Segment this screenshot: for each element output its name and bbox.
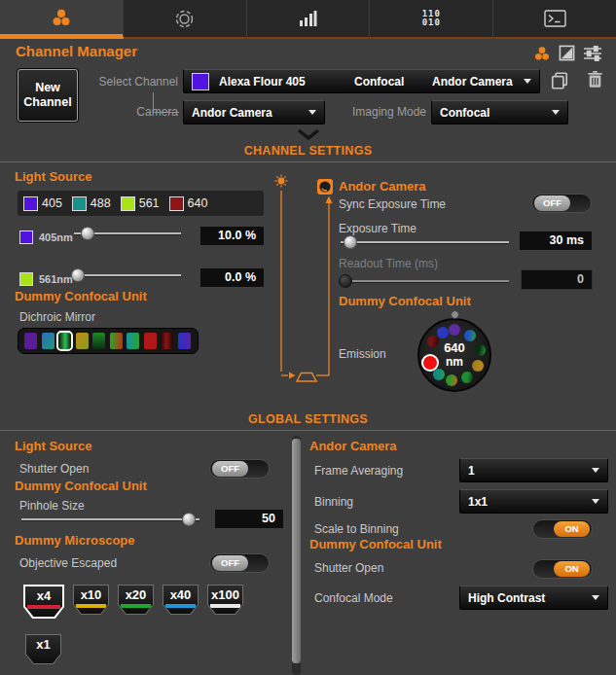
tab-terminal[interactable] — [493, 0, 616, 39]
dichroic-mirror-option[interactable] — [24, 333, 37, 349]
channel-mode: Confocal — [354, 75, 404, 89]
laser-561-slider[interactable] — [74, 268, 181, 282]
scale-to-binning-toggle[interactable]: ON — [532, 519, 593, 539]
laser-405-slider[interactable] — [74, 227, 181, 240]
contrast-icon[interactable] — [559, 45, 575, 65]
sync-exposure-toggle[interactable]: OFF — [531, 194, 592, 213]
tab-acquisition[interactable] — [124, 0, 247, 39]
binary-data-icon: 110010 — [422, 10, 441, 27]
emission-wheel[interactable]: 640 nm — [417, 318, 491, 392]
laser-chip[interactable]: 405 — [23, 196, 62, 211]
channel-settings-title: CHANNEL SETTINGS — [0, 144, 616, 158]
dichroic-mirror-option[interactable] — [92, 333, 105, 349]
global-settings-title: GLOBAL SETTINGS — [0, 412, 616, 426]
confocal-unit-heading: Dummy Confocal Unit — [15, 289, 147, 303]
laser-chip[interactable]: 488 — [72, 196, 111, 211]
objective-color-stripe — [27, 605, 60, 609]
terminal-icon — [544, 10, 566, 28]
camera-shutter-toggle[interactable]: ON — [532, 559, 593, 579]
laser-wavelength-label: 488 — [91, 196, 111, 210]
dichroic-mirror-option[interactable] — [178, 333, 191, 349]
objective-button[interactable]: x100 — [207, 585, 243, 615]
divider — [0, 161, 616, 162]
collapse-chevron-icon[interactable] — [295, 128, 322, 141]
laser-405-value[interactable]: 10.0 % — [199, 226, 265, 246]
tab-channels[interactable] — [0, 0, 124, 39]
exposure-time-label: Exposure Time — [339, 222, 417, 235]
objective-label: x4 — [25, 586, 62, 605]
objective-button[interactable]: x4 — [23, 585, 64, 619]
emission-filter-dot[interactable] — [474, 344, 486, 356]
tab-histogram[interactable] — [247, 0, 371, 39]
frame-averaging-dropdown[interactable]: 1 — [459, 458, 608, 482]
emission-section-heading: Dummy Confocal Unit — [339, 294, 471, 308]
shutter-open-label: Shutter Open — [19, 462, 89, 476]
sun-icon — [275, 175, 288, 188]
objective-label: x20 — [119, 586, 153, 604]
exposure-time-value[interactable]: 30 ms — [519, 231, 593, 251]
global-confocal-heading: Dummy Confocal Unit — [15, 479, 147, 493]
scrollbar-thumb[interactable] — [292, 439, 301, 663]
laser-561-value[interactable]: 0.0 % — [199, 267, 265, 288]
dichroic-mirror-option[interactable] — [110, 333, 123, 349]
arrow-up-icon — [326, 196, 333, 204]
chevron-down-icon — [592, 468, 599, 473]
camera-dropdown[interactable]: Andor Camera — [183, 100, 325, 124]
pinhole-size-value[interactable]: 50 — [214, 509, 284, 529]
objective-escaped-toggle[interactable]: OFF — [209, 553, 270, 573]
dichroic-mirror-option[interactable] — [58, 333, 71, 349]
pinhole-size-slider[interactable] — [21, 513, 199, 526]
slider-handle[interactable] — [182, 513, 196, 526]
delete-channel-icon[interactable] — [587, 70, 603, 92]
emission-filter-dot[interactable] — [421, 354, 439, 372]
histogram-icon — [298, 10, 317, 27]
dichroic-mirror-option[interactable] — [42, 333, 54, 349]
objective-button[interactable]: x40 — [163, 585, 199, 615]
laser-405-swatch — [19, 231, 33, 244]
light-source-heading: Light Source — [15, 169, 91, 184]
shutter-open-toggle[interactable]: OFF — [209, 459, 270, 479]
objective-label: x10 — [74, 586, 108, 604]
emission-filter-dot[interactable] — [446, 374, 457, 386]
objective-label: x100 — [208, 586, 242, 604]
slider-handle[interactable] — [81, 227, 94, 240]
channels-header-icon[interactable] — [533, 45, 551, 66]
laser-line-bar: 405 488 561 640 — [18, 191, 264, 216]
emission-filter-dot[interactable] — [437, 327, 449, 338]
emission-filter-dot[interactable] — [464, 330, 476, 341]
select-channel-dropdown[interactable]: Alexa Flour 405 Confocal Andor Camera — [183, 69, 540, 93]
slider-handle[interactable] — [344, 235, 357, 249]
laser-wavelength-label: 561 — [139, 196, 160, 210]
laser-chip[interactable]: 561 — [121, 196, 160, 211]
channel-manager-app: 110010 Channel Manager New Channel Selec… — [0, 0, 616, 675]
emission-filter-dot[interactable] — [461, 372, 473, 383]
tab-binary-data[interactable]: 110010 — [370, 0, 493, 39]
binning-dropdown[interactable]: 1x1 — [459, 489, 608, 514]
dichroic-mirror-option[interactable] — [144, 333, 157, 349]
emission-filter-dot[interactable] — [449, 324, 460, 336]
slider-handle[interactable] — [71, 268, 85, 282]
chevron-down-icon — [308, 110, 316, 115]
objective-button[interactable]: x20 — [118, 585, 154, 615]
dichroic-mirror-option[interactable] — [127, 333, 139, 349]
camera-confocal-heading: Dummy Confocal Unit — [309, 537, 442, 551]
objective-button[interactable]: x10 — [73, 585, 109, 615]
imaging-mode-dropdown[interactable]: Confocal — [431, 100, 568, 124]
confocal-mode-label: Confocal Mode — [314, 591, 393, 605]
duplicate-channel-icon[interactable] — [550, 71, 569, 94]
global-light-source-heading: Light Source — [15, 439, 91, 453]
main-tab-bar: 110010 — [0, 0, 616, 39]
camera-shutter-label: Shutter Open — [314, 561, 383, 575]
emission-filter-dot[interactable] — [472, 360, 484, 372]
dichroic-mirror-option[interactable] — [76, 333, 89, 349]
chevron-down-icon — [552, 110, 560, 115]
settings-sliders-icon[interactable] — [584, 46, 601, 65]
exposure-time-slider[interactable] — [341, 235, 509, 249]
objective-escaped-label: Objective Escaped — [19, 556, 117, 570]
laser-chip[interactable]: 640 — [169, 196, 208, 211]
camera-icon — [317, 179, 333, 195]
confocal-mode-dropdown[interactable]: High Contrast — [459, 586, 608, 610]
dichroic-mirror-option[interactable] — [161, 333, 173, 349]
objective-button[interactable]: x1 — [25, 634, 61, 664]
emission-filter-dot[interactable] — [427, 336, 439, 347]
